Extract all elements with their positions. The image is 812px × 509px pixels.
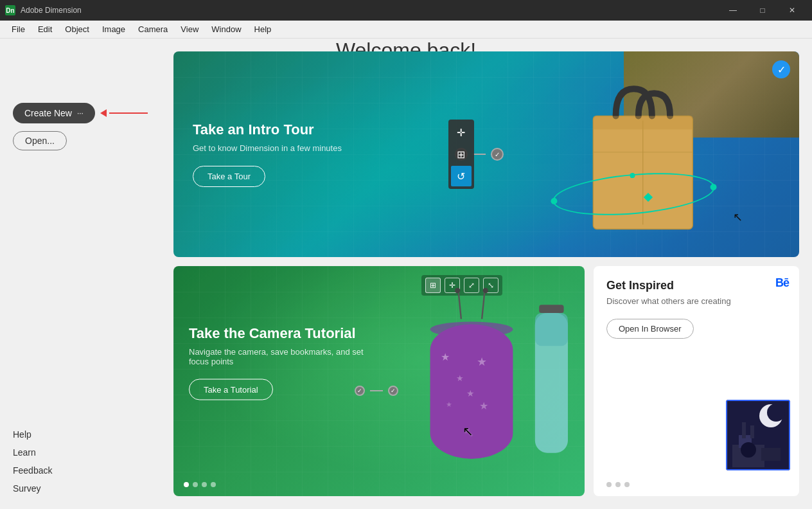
menu-image[interactable]: Image xyxy=(96,22,132,37)
create-new-row: Create New ··· xyxy=(13,103,161,123)
more-options-icon: ··· xyxy=(77,109,84,118)
menu-camera[interactable]: Camera xyxy=(132,22,174,37)
app-title: Adobe Dimension xyxy=(21,6,82,15)
menu-window[interactable]: Window xyxy=(205,22,247,37)
svg-rect-16 xyxy=(540,305,564,313)
window-controls: — □ ✕ xyxy=(718,0,807,21)
svg-text:★: ★ xyxy=(466,388,475,398)
title-bar: Dn Adobe Dimension — □ ✕ xyxy=(0,0,812,21)
inspired-dot-2 xyxy=(615,482,621,487)
svg-text:★: ★ xyxy=(441,351,450,362)
bag-illustration: ↖ xyxy=(518,62,768,243)
sidebar-actions: Create New ··· Open... xyxy=(13,103,161,150)
camera-tutorial-banner: ⊞ ✛ ⤢ ⤡ Take the Camera Tutorial Navigat… xyxy=(173,266,585,496)
handle-left xyxy=(551,197,558,204)
dot-3 xyxy=(202,482,207,487)
dot-4 xyxy=(211,482,216,487)
svg-rect-27 xyxy=(750,425,754,438)
water-bottle-illustration xyxy=(527,301,576,474)
svg-text:★: ★ xyxy=(479,400,488,411)
cam-step-1: ✓ xyxy=(355,386,365,396)
create-new-label: Create New xyxy=(24,108,72,118)
rotate-tool-icon[interactable]: ↺ xyxy=(451,166,472,186)
intro-tour-title: Take an Intro Tour xyxy=(193,121,342,138)
minimize-button[interactable]: — xyxy=(718,0,748,21)
take-tour-button[interactable]: Take a Tour xyxy=(193,166,265,187)
intro-tour-content: Take an Intro Tour Get to know Dimension… xyxy=(193,121,342,187)
sidebar-help-link[interactable]: Help xyxy=(13,427,161,442)
camera-tutorial-title: Take the Camera Tutorial xyxy=(189,325,369,342)
svg-point-24 xyxy=(741,442,756,458)
svg-text:★: ★ xyxy=(446,400,452,408)
take-tutorial-button[interactable]: Take a Tutorial xyxy=(189,379,273,400)
camera-dots xyxy=(184,482,216,487)
intro-tour-description: Get to know Dimension in a few minutes xyxy=(193,143,342,153)
menu-file[interactable]: File xyxy=(5,22,31,37)
inspired-dots xyxy=(606,482,630,487)
arrow-head-icon xyxy=(100,109,107,117)
camera-tutorial-content: Take the Camera Tutorial Navigate the ca… xyxy=(189,325,369,400)
menu-help[interactable]: Help xyxy=(248,22,278,37)
dot-2 xyxy=(193,482,198,487)
sidebar-learn-link[interactable]: Learn xyxy=(13,445,161,460)
inspired-panel: Bē Get Inspired Discover what others are… xyxy=(594,266,799,496)
svg-rect-3 xyxy=(593,116,693,129)
menu-object[interactable]: Object xyxy=(58,22,96,37)
move-tool-icon[interactable]: ✛ xyxy=(451,122,472,143)
svg-line-13 xyxy=(482,293,484,319)
main-container: Welcome back! Create New ··· Open... Hel… xyxy=(0,39,812,509)
sidebar-feedback-link[interactable]: Feedback xyxy=(13,463,161,478)
app-icon: Dn xyxy=(5,5,15,15)
open-button[interactable]: Open... xyxy=(13,131,67,150)
check-badge: ✓ xyxy=(772,60,790,78)
camera-tutorial-description: Navigate the camera, save bookmarks, and… xyxy=(189,347,369,366)
menu-bar: File Edit Object Image Camera View Windo… xyxy=(0,21,812,39)
cursor-icon: ↖ xyxy=(733,210,743,224)
open-in-browser-button[interactable]: Open In Browser xyxy=(606,319,694,339)
cam-step-line xyxy=(370,390,383,391)
behance-logo: Bē xyxy=(775,276,789,290)
svg-text:★: ★ xyxy=(456,373,464,383)
close-button[interactable]: ✕ xyxy=(777,0,807,21)
sidebar-survey-link[interactable]: Survey xyxy=(13,481,161,496)
svg-rect-25 xyxy=(761,448,781,461)
svg-point-21 xyxy=(767,404,785,422)
sidebar-footer: Help Learn Feedback Survey xyxy=(13,427,161,496)
camera-cursor-icon: ↖ xyxy=(463,424,473,439)
step-2: ✓ xyxy=(491,148,504,161)
svg-rect-18 xyxy=(535,313,568,346)
cam-step-2: ✓ xyxy=(388,386,398,396)
svg-line-12 xyxy=(459,293,461,319)
inspired-description: Discover what others are creating xyxy=(606,296,786,306)
step-line-1 xyxy=(473,154,486,155)
inspired-artwork xyxy=(726,400,790,470)
select-tool-icon[interactable]: ⊞ xyxy=(451,144,472,165)
inspired-dot-1 xyxy=(606,482,612,487)
svg-rect-26 xyxy=(742,422,746,438)
dot-1 xyxy=(184,482,189,487)
svg-text:★: ★ xyxy=(477,355,487,368)
sidebar: Welcome back! Create New ··· Open... Hel… xyxy=(0,39,173,509)
menu-view[interactable]: View xyxy=(174,22,205,37)
arrow-line xyxy=(109,112,148,114)
svg-point-14 xyxy=(455,288,460,293)
create-new-button[interactable]: Create New ··· xyxy=(13,103,95,123)
svg-point-15 xyxy=(483,288,488,293)
intro-tour-banner: ✓ Take an Intro Tour Get to know Dimensi… xyxy=(173,51,799,257)
inspired-title: Get Inspired xyxy=(606,279,786,292)
toolbar-overlay: ✛ ⊞ ↺ xyxy=(448,120,474,189)
maximize-button[interactable]: □ xyxy=(748,0,777,21)
inspired-dot-3 xyxy=(624,482,630,487)
app-icon-text: Dn xyxy=(6,7,14,14)
bottom-row: ⊞ ✛ ⤢ ⤡ Take the Camera Tutorial Navigat… xyxy=(173,266,799,496)
camera-steps: ✓ ✓ xyxy=(355,386,398,396)
arrow-indicator xyxy=(100,109,148,117)
content-area: ✓ Take an Intro Tour Get to know Dimensi… xyxy=(173,39,812,509)
menu-edit[interactable]: Edit xyxy=(31,22,58,37)
